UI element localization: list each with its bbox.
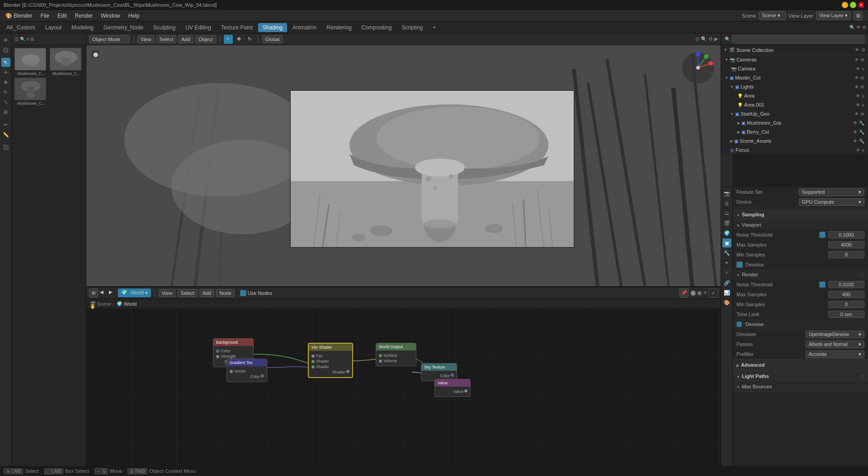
denoise2-checkbox[interactable] bbox=[736, 322, 742, 327]
props-physics-tab[interactable]: ⚛ bbox=[722, 268, 731, 277]
menu-help[interactable]: Help bbox=[125, 12, 143, 20]
render-min-samples-value[interactable]: 0 bbox=[828, 301, 864, 308]
denoiser-dropdown[interactable]: OpenImageDenoise ▾ bbox=[806, 331, 864, 338]
tab-sculpting[interactable]: Sculpting bbox=[149, 23, 180, 32]
props-modifiers-tab[interactable]: 🔧 bbox=[722, 248, 731, 257]
tool-rotate[interactable]: ↻ bbox=[1, 88, 10, 97]
tab-compositing[interactable]: Compositing bbox=[357, 23, 396, 32]
tab-uv-editing[interactable]: UV Editing bbox=[181, 23, 216, 32]
props-view-layer-tab[interactable]: 🗂 bbox=[722, 209, 731, 218]
node-1-input-color[interactable] bbox=[216, 350, 219, 353]
close-button[interactable]: ✕ bbox=[858, 2, 864, 8]
props-data-tab[interactable]: 📊 bbox=[722, 288, 731, 297]
maximize-button[interactable]: □ bbox=[850, 2, 856, 8]
nav-orbit[interactable]: ⊙ bbox=[1, 45, 10, 54]
node-1-input-strength[interactable] bbox=[216, 355, 219, 358]
tab-layout[interactable]: Layout bbox=[41, 23, 66, 32]
viewport-max-samples-value[interactable]: 4000 bbox=[828, 241, 864, 248]
node-select-menu[interactable]: Select bbox=[177, 289, 198, 297]
menu-render[interactable]: Render bbox=[71, 12, 96, 20]
node-next-btn[interactable]: ▶ bbox=[109, 289, 116, 297]
passes-dropdown[interactable]: Albedo and Normal ▾ bbox=[806, 341, 864, 348]
viewport-view-menu[interactable]: View bbox=[137, 35, 155, 43]
scene-selector[interactable]: Scene ▾ bbox=[759, 11, 786, 20]
props-particles-tab[interactable]: ✦ bbox=[722, 258, 731, 267]
startup-geo-item[interactable]: ▼ ▣ StartUp_Geo 👁 ⚙ bbox=[721, 109, 868, 118]
view-layer-selector[interactable]: View Layer ▾ bbox=[816, 11, 851, 20]
node-canvas[interactable]: Background Color Strength Background Gra… bbox=[86, 309, 721, 466]
node-pin-btn[interactable]: 📌 bbox=[679, 289, 689, 298]
node-5-output[interactable] bbox=[451, 373, 454, 377]
props-material-tab[interactable]: 🎨 bbox=[722, 298, 731, 307]
node-3-output[interactable] bbox=[346, 370, 349, 373]
node-3-input-s1[interactable] bbox=[311, 360, 315, 363]
denoise-sub-header[interactable]: Denoise bbox=[733, 319, 868, 329]
viewport-select-menu[interactable]: Select bbox=[156, 35, 177, 43]
light-paths-header[interactable]: Light Paths ⋮ bbox=[733, 371, 868, 382]
props-world-tab[interactable]: 🌍 bbox=[722, 229, 731, 238]
tool-measure[interactable]: 📏 bbox=[1, 130, 10, 139]
tab-geometry-node[interactable]: Geometry_Node bbox=[99, 23, 148, 32]
viewport-min-samples-value[interactable]: 0 bbox=[828, 251, 864, 258]
node-2-output[interactable] bbox=[261, 374, 264, 378]
area-item[interactable]: 💡 Area 👁 ■ bbox=[721, 91, 868, 100]
props-constraints-tab[interactable]: 🔗 bbox=[722, 278, 731, 287]
object-mode-selector[interactable]: Object Mode bbox=[89, 35, 130, 43]
transform-orientation[interactable]: Global bbox=[262, 35, 283, 43]
tool-annotate[interactable]: ✏ bbox=[1, 120, 10, 129]
tab-add-new[interactable]: + bbox=[428, 23, 440, 32]
render-sub-header[interactable]: Render ⋮ bbox=[733, 270, 868, 280]
viewport-object-menu[interactable]: Object bbox=[195, 35, 216, 43]
menu-blender[interactable]: 🎨 Blender bbox=[2, 12, 36, 20]
render-max-samples-value[interactable]: 400 bbox=[828, 291, 864, 298]
tab-scripting[interactable]: Scripting bbox=[397, 23, 427, 32]
props-output-tab[interactable]: 🖨 bbox=[722, 199, 731, 208]
tab-shading[interactable]: Shading bbox=[258, 23, 287, 32]
node-view-close[interactable]: ✕ bbox=[703, 290, 707, 296]
noise-threshold-value[interactable]: 0.1000 bbox=[828, 231, 864, 238]
noise-threshold-checkbox[interactable] bbox=[819, 232, 826, 238]
tool-select[interactable]: ↖ bbox=[1, 58, 10, 67]
node-4-input-vol[interactable] bbox=[379, 359, 382, 363]
select-icon[interactable]: ↖ bbox=[224, 35, 233, 44]
cameras-item[interactable]: ▼ 📷 Cameras 👁 ⚙ bbox=[721, 55, 868, 64]
tab-ak-custom[interactable]: AK_Custom bbox=[2, 23, 40, 32]
render-noise-checkbox[interactable] bbox=[819, 281, 826, 288]
asset-item-3[interactable]: Mushroom_C... bbox=[14, 78, 48, 106]
node-view-sphere[interactable]: ⬤ bbox=[690, 290, 696, 296]
tab-rendering[interactable]: Rendering bbox=[322, 23, 356, 32]
sc-eye[interactable]: 👁 bbox=[855, 47, 859, 52]
node-2[interactable]: Gradient Tex Vector Color bbox=[226, 359, 267, 382]
tool-cursor[interactable]: ✛ bbox=[1, 68, 10, 77]
node-3-input-fac[interactable] bbox=[311, 355, 315, 358]
tool-transform[interactable]: ⊞ bbox=[1, 107, 10, 117]
berry-col-item[interactable]: ▶ ▣ Berry_Col 👁 🔧 bbox=[721, 127, 868, 136]
node-view-menu[interactable]: View bbox=[159, 289, 176, 297]
mushroom-grp-item[interactable]: ▶ ▣ Mushroom_Grp 👁 🔧 bbox=[721, 118, 868, 127]
outliner-search[interactable] bbox=[732, 35, 864, 43]
icon-btn-1[interactable]: ⚙ bbox=[854, 11, 863, 20]
menu-window[interactable]: Window bbox=[97, 12, 124, 20]
tab-animation[interactable]: Animation bbox=[288, 23, 321, 32]
node-3[interactable]: Mix Shader Fac Shader Shader Shader bbox=[308, 343, 353, 378]
asset-item-1[interactable]: Mushroom_C... bbox=[14, 48, 48, 76]
minimize-button[interactable]: ─ bbox=[842, 2, 848, 8]
focus-item[interactable]: ◎ Focus 👁 ■ bbox=[721, 145, 868, 154]
viewport-gizmo[interactable]: X Y Z bbox=[680, 50, 716, 86]
move-icon[interactable]: ✥ bbox=[235, 35, 244, 44]
node-collapse-btn[interactable]: ⤢ bbox=[709, 289, 718, 298]
lights-item[interactable]: ▼ ▣ Lights 👁 ⚙ bbox=[721, 82, 868, 91]
node-5[interactable]: Sky Texture Color bbox=[421, 363, 457, 381]
props-scene-tab[interactable]: 🎬 bbox=[722, 219, 731, 228]
camera-item[interactable]: 📷 Camera 👁 ■ bbox=[721, 64, 868, 73]
light-paths-menu[interactable]: ⋮ bbox=[860, 374, 864, 379]
node-6-output[interactable] bbox=[464, 389, 467, 392]
tab-modeling[interactable]: Modeling bbox=[67, 23, 98, 32]
node-2-input[interactable] bbox=[230, 370, 233, 373]
node-node-menu[interactable]: Node bbox=[216, 289, 234, 297]
scene-assets-item[interactable]: ▶ ▣ Scene_Assets 👁 🔧 bbox=[721, 136, 868, 145]
node-4-input-surface[interactable] bbox=[379, 354, 382, 357]
render-noise-threshold-value[interactable]: 0.0100 bbox=[828, 281, 864, 288]
tool-scale[interactable]: ⤡ bbox=[1, 98, 10, 107]
node-editor-icon[interactable]: ⊞ bbox=[89, 289, 98, 298]
